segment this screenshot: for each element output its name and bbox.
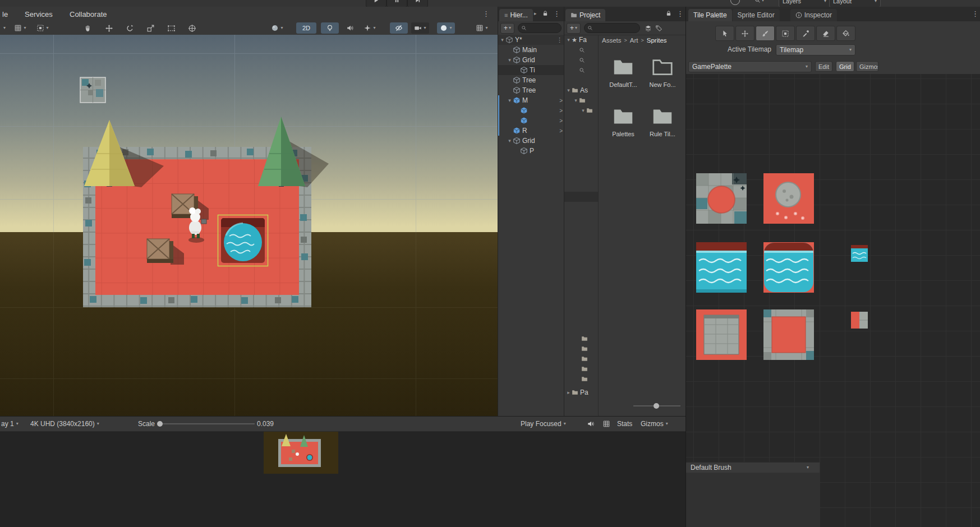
- display-dropdown[interactable]: ay 1▾: [1, 417, 19, 431]
- palette-grid-button[interactable]: Grid: [836, 61, 854, 72]
- fold-icon[interactable]: ▾: [507, 138, 513, 144]
- scene-visibility-button[interactable]: [390, 22, 408, 34]
- active-tilemap-dropdown[interactable]: Tilemap▾: [776, 44, 855, 56]
- project-search-input[interactable]: [584, 23, 640, 33]
- layout-dropdown[interactable]: Layout▾: [829, 0, 881, 7]
- search-by-type-icon[interactable]: [645, 25, 652, 32]
- mute-audio-button[interactable]: [587, 417, 595, 431]
- hierarchy-row[interactable]: Tree: [498, 85, 564, 95]
- fold-icon[interactable]: ▾: [499, 37, 505, 43]
- tree-folder-item[interactable]: [564, 354, 598, 364]
- account-icon[interactable]: [730, 0, 740, 5]
- play-focused-dropdown[interactable]: Play Focused▾: [521, 417, 566, 431]
- breadcrumb-mid[interactable]: Art: [630, 37, 638, 44]
- saved-search-item[interactable]: [564, 55, 598, 65]
- shading-mode-dropdown[interactable]: ▾: [268, 22, 286, 34]
- fold-icon[interactable]: ▾: [580, 108, 586, 113]
- palette-grid-area[interactable]: [686, 74, 980, 527]
- scene-audio-button[interactable]: [341, 22, 359, 34]
- snap-settings-button[interactable]: ▾: [34, 22, 52, 34]
- hierarchy-kebab-icon[interactable]: ⋮: [553, 10, 560, 17]
- folder-item[interactable]: Rule Til...: [643, 105, 682, 137]
- scale-slider[interactable]: [157, 421, 255, 427]
- camera-settings-dropdown[interactable]: ▾: [411, 22, 429, 34]
- hierarchy-row-prefab[interactable]: ▾ M >: [498, 95, 564, 105]
- tree-selected-row[interactable]: [564, 192, 598, 202]
- lock-icon[interactable]: [665, 10, 672, 17]
- layers-dropdown[interactable]: Layers▾: [779, 0, 830, 7]
- project-kebab-icon[interactable]: ⋮: [677, 10, 684, 17]
- fold-icon[interactable]: ▾: [573, 98, 579, 103]
- fold-icon[interactable]: ▾: [565, 87, 572, 93]
- tree-folder-item[interactable]: [564, 334, 598, 344]
- global-search-button[interactable]: ▾: [754, 0, 770, 6]
- more-tabs-icon[interactable]: ▸: [534, 11, 537, 16]
- assets-item[interactable]: ▾ As: [564, 85, 598, 95]
- mode-2d-button[interactable]: 2D: [296, 22, 316, 34]
- project-add-button[interactable]: +▾: [567, 23, 581, 34]
- lone-stone-tile[interactable]: [80, 77, 105, 103]
- lock-icon[interactable]: [542, 10, 549, 17]
- pause-button[interactable]: [387, 0, 407, 7]
- hierarchy-row-scene[interactable]: ▾ Y* ⋮: [498, 35, 564, 45]
- saved-search-item[interactable]: [564, 65, 598, 75]
- palette-tile-water-rounded[interactable]: [763, 242, 814, 293]
- packages-item[interactable]: ▸ Pa: [564, 387, 598, 397]
- resolution-dropdown[interactable]: 4K UHD (3840x2160)▾: [30, 417, 99, 431]
- tab-sprite-editor[interactable]: Sprite Editor: [733, 9, 780, 21]
- slider-knob[interactable]: [654, 403, 659, 409]
- palette-tile-red-stone-inset[interactable]: [696, 309, 747, 360]
- tile-select-tool[interactable]: [715, 26, 734, 41]
- scene-menu-kebab-icon[interactable]: ⋮: [482, 10, 490, 17]
- breadcrumb-leaf[interactable]: Sprites: [647, 37, 667, 44]
- scene-grid-dropdown[interactable]: ▾: [473, 22, 491, 34]
- breadcrumb-root[interactable]: Assets: [602, 37, 622, 44]
- brush-chevron-icon[interactable]: ▾: [807, 465, 809, 470]
- tile-brush-tool[interactable]: [756, 26, 775, 41]
- hand-tool-button[interactable]: [79, 22, 96, 34]
- tile-fill-tool[interactable]: [836, 26, 855, 41]
- prefab-open-arrow[interactable]: >: [559, 108, 563, 114]
- hierarchy-row[interactable]: ▾ Grid: [498, 55, 564, 65]
- favorites-item[interactable]: ▾ ★ Fa: [564, 35, 598, 45]
- palette-tile-red-stone-circle[interactable]: [763, 173, 814, 224]
- water-tile-selected[interactable]: [218, 215, 268, 266]
- tile-palette-kebab-icon[interactable]: ⋮: [972, 10, 979, 17]
- tree-folder-item[interactable]: [564, 364, 598, 374]
- menu-item-cut[interactable]: le: [2, 10, 8, 19]
- hierarchy-row[interactable]: Tree: [498, 75, 564, 85]
- prefab-open-arrow[interactable]: >: [559, 98, 563, 104]
- fold-icon[interactable]: ▾: [507, 98, 513, 103]
- fold-icon[interactable]: ▾: [507, 57, 513, 63]
- fold-icon[interactable]: ▸: [565, 390, 572, 395]
- rotate-tool-button[interactable]: [121, 22, 139, 34]
- stats-button[interactable]: Stats: [617, 417, 632, 431]
- palette-tile-water-small[interactable]: [851, 245, 868, 262]
- palette-dropdown[interactable]: GamePalette▾: [688, 61, 812, 72]
- default-brush-dropdown[interactable]: Default Brush ▾: [686, 462, 820, 473]
- step-button[interactable]: [407, 0, 428, 7]
- tab-hierarchy[interactable]: ≡ Hier...: [499, 9, 533, 21]
- vsync-grid-button[interactable]: [602, 417, 610, 431]
- scene-canvas[interactable]: [0, 35, 498, 416]
- tile-picker-tool[interactable]: [796, 26, 815, 41]
- tree-folder-item[interactable]: ▾: [564, 95, 598, 105]
- palette-tile-water-square[interactable]: [696, 242, 747, 293]
- scene-kebab-icon[interactable]: ⋮: [556, 37, 563, 43]
- palette-tile-stone-red-circle[interactable]: [696, 173, 747, 224]
- play-button[interactable]: [366, 0, 387, 7]
- folder-item[interactable]: Palettes: [604, 105, 642, 137]
- slider-knob[interactable]: [157, 421, 163, 427]
- tree-folder-item[interactable]: [564, 344, 598, 354]
- scene-view[interactable]: [0, 35, 498, 416]
- scale-tool-button[interactable]: [141, 22, 159, 34]
- hierarchy-row-selected[interactable]: Ti: [498, 65, 564, 75]
- tree-folder-item[interactable]: [564, 374, 598, 384]
- hierarchy-row[interactable]: ▾ Grid: [498, 136, 564, 146]
- tile-eraser-tool[interactable]: [816, 26, 835, 41]
- tree-folder-item[interactable]: ▾: [564, 105, 598, 115]
- tile-box-fill-tool[interactable]: [776, 26, 795, 41]
- folder-item[interactable]: New Fo...: [643, 56, 682, 88]
- effects-dropdown[interactable]: ▾: [361, 22, 379, 34]
- scene-lighting-button[interactable]: [321, 22, 339, 34]
